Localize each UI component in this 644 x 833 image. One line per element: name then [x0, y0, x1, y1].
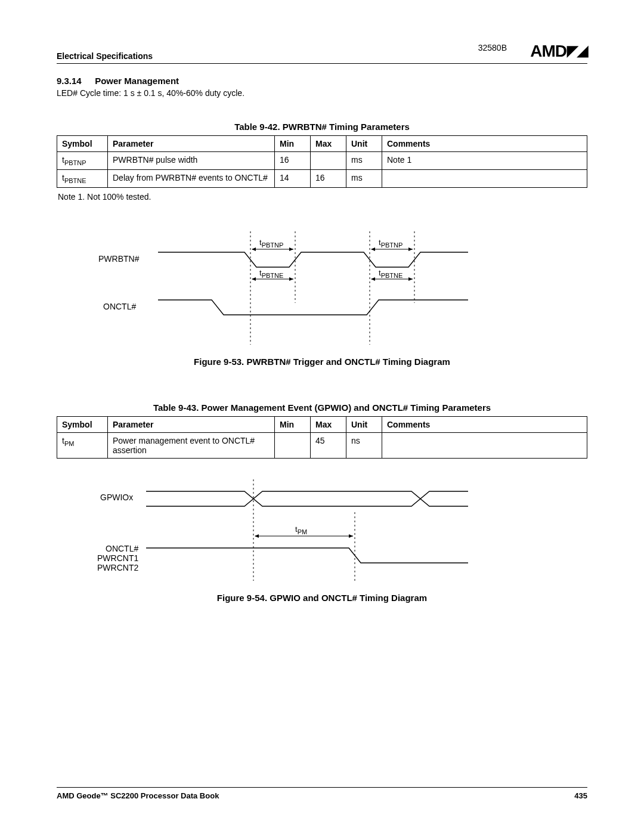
cell-min: 16 — [275, 152, 311, 170]
page-footer: AMD Geode™ SC2200 Processor Data Book 43… — [57, 787, 587, 800]
amd-logo: AMD◤◢ — [530, 42, 587, 61]
section-heading: 9.3.14 Power Management — [57, 76, 587, 86]
figure2-diagram: GPWIOx ONCTL# PWRCNT1 PWRCNT2 tPM — [80, 479, 564, 587]
cell-comments — [382, 432, 587, 458]
label-tpbtne-2: tPBTNE — [379, 268, 402, 279]
label-tpbtnp-2: tPBTNP — [379, 238, 402, 249]
signal-label-onctl-group: ONCTL# PWRCNT1 PWRCNT2 — [97, 544, 138, 572]
th-max: Max — [311, 136, 346, 152]
cell-unit: ns — [346, 432, 382, 458]
cell-unit: ms — [346, 152, 382, 170]
th-min: Min — [275, 136, 311, 152]
cell-max: 45 — [311, 432, 346, 458]
cell-symbol: tPBTNP — [57, 152, 108, 170]
footer-page-number: 435 — [574, 791, 587, 800]
figure2-caption: Figure 9-54. GPWIO and ONCTL# Timing Dia… — [57, 593, 587, 603]
th-parameter: Parameter — [108, 136, 275, 152]
th-unit: Unit — [346, 136, 382, 152]
table2-caption: Table 9-43. Power Management Event (GPWI… — [57, 402, 587, 413]
table1-header-row: Symbol Parameter Min Max Unit Comments — [57, 136, 587, 152]
logo-text: AMD — [530, 42, 566, 61]
th-symbol: Symbol — [57, 136, 108, 152]
label-tpbtne-1: tPBTNE — [259, 268, 283, 279]
timing-diagram2-svg — [80, 479, 558, 587]
th-comments: Comments — [382, 416, 587, 432]
th-unit: Unit — [346, 416, 382, 432]
cell-symbol: tPBTNE — [57, 169, 108, 187]
table1-row: tPBTNP PWRBTN# pulse width 16 ms Note 1 — [57, 152, 587, 170]
th-min: Min — [275, 416, 311, 432]
led-cycle-line: LED# Cycle time: 1 s ± 0.1 s, 40%-60% du… — [57, 88, 587, 98]
table1-note: Note 1. Not 100% tested. — [58, 192, 587, 202]
section-number: 9.3.14 — [57, 76, 82, 86]
cell-parameter: Delay from PWRBTN# events to ONCTL# — [108, 169, 275, 187]
cell-min — [275, 432, 311, 458]
table2-row: tPM Power management event to ONCTL# ass… — [57, 432, 587, 458]
table1-row: tPBTNE Delay from PWRBTN# events to ONCT… — [57, 169, 587, 187]
timing-diagram-svg — [80, 231, 558, 351]
header-section-title: Electrical Specifications — [57, 51, 153, 61]
figure1-caption: Figure 9-53. PWRBTN# Trigger and ONCTL# … — [57, 357, 587, 367]
cell-min: 14 — [275, 169, 311, 187]
cell-parameter: Power management event to ONCTL# asserti… — [108, 432, 275, 458]
cell-comments — [382, 169, 587, 187]
cell-max: 16 — [311, 169, 346, 187]
footer-book-title: AMD Geode™ SC2200 Processor Data Book — [57, 791, 219, 800]
th-parameter: Parameter — [108, 416, 275, 432]
table2-header-row: Symbol Parameter Min Max Unit Comments — [57, 416, 587, 432]
table2: Symbol Parameter Min Max Unit Comments t… — [57, 416, 587, 459]
table1-caption: Table 9-42. PWRBTN# Timing Parameters — [57, 122, 587, 132]
figure1-diagram: PWRBTN# ONCTL# tPBTNP tPBTNP tPBTNE tPBT… — [80, 231, 564, 351]
th-max: Max — [311, 416, 346, 432]
header-doc-number: 32580B — [478, 43, 507, 52]
signal-label-onctl: ONCTL# — [103, 302, 136, 311]
cell-max — [311, 152, 346, 170]
label-tpm: tPM — [295, 525, 307, 535]
amd-arrow-icon: ◤◢ — [567, 42, 587, 59]
cell-symbol: tPM — [57, 432, 108, 458]
signal-label-gpwiox: GPWIOx — [100, 493, 133, 502]
page-header: Electrical Specifications 32580B AMD◤◢ — [57, 42, 587, 64]
th-comments: Comments — [382, 136, 587, 152]
cell-parameter: PWRBTN# pulse width — [108, 152, 275, 170]
table1: Symbol Parameter Min Max Unit Comments t… — [57, 135, 587, 188]
signal-label-pwrbtn: PWRBTN# — [98, 254, 139, 264]
cell-comments: Note 1 — [382, 152, 587, 170]
cell-unit: ms — [346, 169, 382, 187]
section-title: Power Management — [95, 76, 179, 86]
th-symbol: Symbol — [57, 416, 108, 432]
label-tpbtnp-1: tPBTNP — [259, 238, 283, 249]
